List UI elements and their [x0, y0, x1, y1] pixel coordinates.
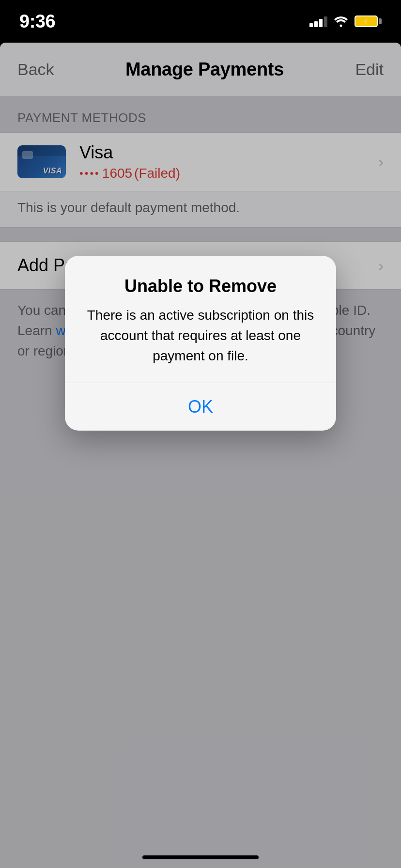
status-bar: 9:36 ⚡	[0, 0, 401, 43]
status-time: 9:36	[19, 11, 55, 32]
wifi-icon	[334, 16, 348, 27]
alert-dialog: Unable to Remove There is an active subs…	[65, 256, 336, 431]
alert-content: Unable to Remove There is an active subs…	[65, 256, 336, 383]
main-screen: Back Manage Payments Edit PAYMENT METHOD…	[0, 43, 401, 868]
alert-message: There is an active subscription on this …	[84, 305, 317, 366]
modal-overlay: Unable to Remove There is an active subs…	[0, 43, 401, 868]
status-icons: ⚡	[309, 16, 382, 27]
battery-icon: ⚡	[355, 16, 382, 27]
signal-icon	[309, 16, 327, 27]
alert-title: Unable to Remove	[84, 276, 317, 296]
ok-button[interactable]: OK	[65, 383, 336, 431]
